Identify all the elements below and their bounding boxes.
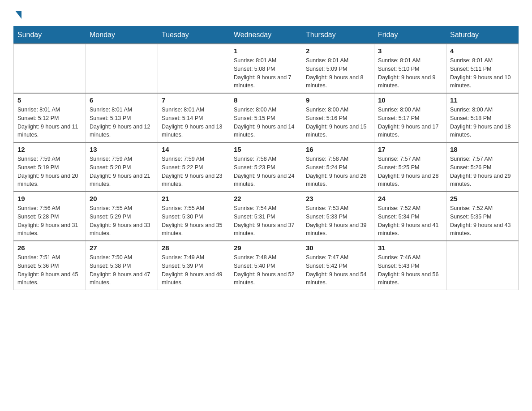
day-info: Sunrise: 7:46 AMSunset: 5:43 PMDaylight:… <box>378 253 442 287</box>
day-number: 3 <box>378 47 442 55</box>
calendar-cell: 29Sunrise: 7:48 AMSunset: 5:40 PMDayligh… <box>230 241 302 290</box>
day-number: 18 <box>450 146 515 153</box>
day-info: Sunrise: 8:00 AMSunset: 5:17 PMDaylight:… <box>378 106 442 139</box>
day-number: 14 <box>162 146 226 153</box>
day-number: 22 <box>234 195 298 202</box>
calendar-cell: 3Sunrise: 8:01 AMSunset: 5:10 PMDaylight… <box>374 44 446 93</box>
calendar-cell <box>14 44 86 93</box>
day-number: 30 <box>306 244 370 252</box>
calendar-cell: 2Sunrise: 8:01 AMSunset: 5:09 PMDaylight… <box>302 44 374 93</box>
day-info: Sunrise: 8:01 AMSunset: 5:14 PMDaylight:… <box>162 106 226 139</box>
day-number: 7 <box>162 96 226 104</box>
day-number: 15 <box>234 146 298 153</box>
calendar-day-header-tuesday: Tuesday <box>158 26 230 44</box>
calendar-cell: 20Sunrise: 7:55 AMSunset: 5:29 PMDayligh… <box>86 192 158 241</box>
day-info: Sunrise: 7:55 AMSunset: 5:29 PMDaylight:… <box>90 204 154 238</box>
day-number: 10 <box>378 96 442 104</box>
day-number: 19 <box>17 195 82 202</box>
day-number: 24 <box>378 195 442 202</box>
calendar-day-header-wednesday: Wednesday <box>230 26 302 44</box>
calendar-cell: 13Sunrise: 7:59 AMSunset: 5:20 PMDayligh… <box>86 142 158 192</box>
calendar-day-header-saturday: Saturday <box>446 26 519 44</box>
day-number: 8 <box>234 96 298 104</box>
day-number: 2 <box>306 47 370 55</box>
day-info: Sunrise: 7:48 AMSunset: 5:40 PMDaylight:… <box>234 253 298 287</box>
calendar-day-header-monday: Monday <box>86 26 158 44</box>
calendar-cell: 28Sunrise: 7:49 AMSunset: 5:39 PMDayligh… <box>158 241 230 290</box>
calendar-cell: 11Sunrise: 8:00 AMSunset: 5:18 PMDayligh… <box>446 93 519 142</box>
calendar-cell: 26Sunrise: 7:51 AMSunset: 5:36 PMDayligh… <box>14 241 86 290</box>
calendar-day-header-sunday: Sunday <box>14 26 86 44</box>
day-info: Sunrise: 7:53 AMSunset: 5:33 PMDaylight:… <box>306 204 370 238</box>
day-number: 1 <box>234 47 298 55</box>
calendar-cell: 10Sunrise: 8:00 AMSunset: 5:17 PMDayligh… <box>374 93 446 142</box>
page-header <box>13 9 519 17</box>
calendar-cell: 4Sunrise: 8:01 AMSunset: 5:11 PMDaylight… <box>446 44 519 93</box>
calendar-cell: 14Sunrise: 7:59 AMSunset: 5:22 PMDayligh… <box>158 142 230 192</box>
day-info: Sunrise: 7:47 AMSunset: 5:42 PMDaylight:… <box>306 253 370 287</box>
logo <box>13 9 21 17</box>
calendar-cell: 1Sunrise: 8:01 AMSunset: 5:08 PMDaylight… <box>230 44 302 93</box>
day-info: Sunrise: 7:52 AMSunset: 5:35 PMDaylight:… <box>450 204 515 238</box>
day-info: Sunrise: 8:01 AMSunset: 5:13 PMDaylight:… <box>90 106 154 139</box>
day-info: Sunrise: 7:54 AMSunset: 5:31 PMDaylight:… <box>234 204 298 238</box>
day-number: 16 <box>306 146 370 153</box>
calendar-cell <box>446 241 519 290</box>
day-number: 28 <box>162 244 226 252</box>
day-number: 27 <box>90 244 154 252</box>
day-number: 9 <box>306 96 370 104</box>
calendar-cell: 25Sunrise: 7:52 AMSunset: 5:35 PMDayligh… <box>446 192 519 241</box>
calendar-cell: 30Sunrise: 7:47 AMSunset: 5:42 PMDayligh… <box>302 241 374 290</box>
calendar-week-row-1: 1Sunrise: 8:01 AMSunset: 5:08 PMDaylight… <box>14 44 519 93</box>
calendar-cell: 8Sunrise: 8:00 AMSunset: 5:15 PMDaylight… <box>230 93 302 142</box>
day-number: 26 <box>17 244 82 252</box>
day-info: Sunrise: 8:00 AMSunset: 5:18 PMDaylight:… <box>450 106 515 139</box>
day-info: Sunrise: 7:49 AMSunset: 5:39 PMDaylight:… <box>162 253 226 287</box>
calendar-cell <box>86 44 158 93</box>
calendar-week-row-5: 26Sunrise: 7:51 AMSunset: 5:36 PMDayligh… <box>14 241 519 290</box>
day-info: Sunrise: 7:58 AMSunset: 5:23 PMDaylight:… <box>234 155 298 188</box>
day-info: Sunrise: 8:01 AMSunset: 5:11 PMDaylight:… <box>450 56 515 90</box>
day-number: 5 <box>17 96 82 104</box>
day-info: Sunrise: 7:59 AMSunset: 5:20 PMDaylight:… <box>90 155 154 188</box>
calendar-cell: 7Sunrise: 8:01 AMSunset: 5:14 PMDaylight… <box>158 93 230 142</box>
calendar-cell: 9Sunrise: 8:00 AMSunset: 5:16 PMDaylight… <box>302 93 374 142</box>
day-info: Sunrise: 7:57 AMSunset: 5:25 PMDaylight:… <box>378 155 442 188</box>
calendar-cell: 22Sunrise: 7:54 AMSunset: 5:31 PMDayligh… <box>230 192 302 241</box>
calendar-cell <box>158 44 230 93</box>
day-number: 4 <box>450 47 515 55</box>
day-number: 17 <box>378 146 442 153</box>
day-info: Sunrise: 7:57 AMSunset: 5:26 PMDaylight:… <box>450 155 515 188</box>
day-number: 29 <box>234 244 298 252</box>
day-number: 11 <box>450 96 515 104</box>
day-info: Sunrise: 8:00 AMSunset: 5:16 PMDaylight:… <box>306 106 370 139</box>
logo-arrow-icon <box>15 11 21 19</box>
day-info: Sunrise: 7:55 AMSunset: 5:30 PMDaylight:… <box>162 204 226 238</box>
day-info: Sunrise: 7:59 AMSunset: 5:19 PMDaylight:… <box>17 155 82 188</box>
day-number: 25 <box>450 195 515 202</box>
calendar-cell: 15Sunrise: 7:58 AMSunset: 5:23 PMDayligh… <box>230 142 302 192</box>
day-info: Sunrise: 7:58 AMSunset: 5:24 PMDaylight:… <box>306 155 370 188</box>
calendar-cell: 31Sunrise: 7:46 AMSunset: 5:43 PMDayligh… <box>374 241 446 290</box>
calendar-cell: 12Sunrise: 7:59 AMSunset: 5:19 PMDayligh… <box>14 142 86 192</box>
day-info: Sunrise: 8:01 AMSunset: 5:08 PMDaylight:… <box>234 56 298 90</box>
calendar-cell: 17Sunrise: 7:57 AMSunset: 5:25 PMDayligh… <box>374 142 446 192</box>
day-info: Sunrise: 8:01 AMSunset: 5:10 PMDaylight:… <box>378 56 442 90</box>
calendar-header-row: SundayMondayTuesdayWednesdayThursdayFrid… <box>14 26 519 44</box>
calendar-day-header-thursday: Thursday <box>302 26 374 44</box>
day-info: Sunrise: 7:52 AMSunset: 5:34 PMDaylight:… <box>378 204 442 238</box>
day-number: 6 <box>90 96 154 104</box>
day-number: 13 <box>90 146 154 153</box>
calendar-week-row-2: 5Sunrise: 8:01 AMSunset: 5:12 PMDaylight… <box>14 93 519 142</box>
day-info: Sunrise: 7:56 AMSunset: 5:28 PMDaylight:… <box>17 204 82 238</box>
day-info: Sunrise: 7:59 AMSunset: 5:22 PMDaylight:… <box>162 155 226 188</box>
calendar-cell: 18Sunrise: 7:57 AMSunset: 5:26 PMDayligh… <box>446 142 519 192</box>
calendar-week-row-4: 19Sunrise: 7:56 AMSunset: 5:28 PMDayligh… <box>14 192 519 241</box>
day-info: Sunrise: 8:01 AMSunset: 5:09 PMDaylight:… <box>306 56 370 90</box>
calendar-cell: 27Sunrise: 7:50 AMSunset: 5:38 PMDayligh… <box>86 241 158 290</box>
day-number: 21 <box>162 195 226 202</box>
day-number: 12 <box>17 146 82 153</box>
calendar-week-row-3: 12Sunrise: 7:59 AMSunset: 5:19 PMDayligh… <box>14 142 519 192</box>
day-number: 20 <box>90 195 154 202</box>
calendar-cell: 6Sunrise: 8:01 AMSunset: 5:13 PMDaylight… <box>86 93 158 142</box>
